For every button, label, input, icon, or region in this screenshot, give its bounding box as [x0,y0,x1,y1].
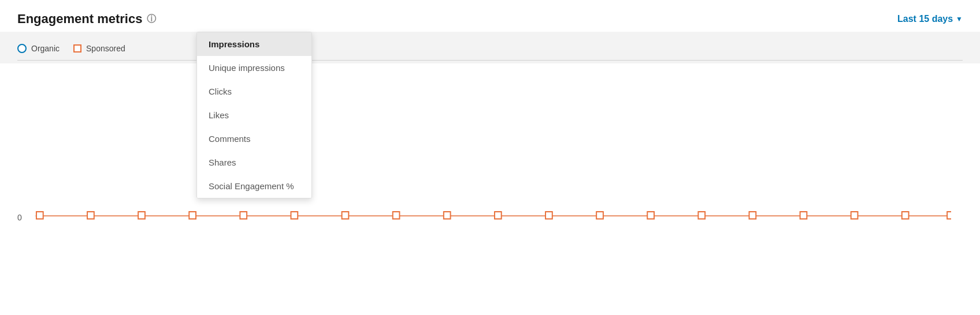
organic-icon [17,44,27,53]
svg-rect-15 [749,212,756,219]
sponsored-label: Sponsored [86,44,125,53]
svg-rect-5 [240,212,247,219]
dropdown-item-likes[interactable]: Likes [197,103,311,127]
svg-rect-10 [495,212,502,219]
page-title: Engagement metrics ⓘ [17,12,156,27]
svg-rect-1 [36,212,43,219]
svg-rect-11 [545,212,552,219]
legend-row: Organic Sponsored [17,37,963,61]
organic-label: Organic [31,44,60,53]
dropdown-item-shares[interactable]: Shares [197,151,311,174]
svg-rect-17 [851,212,858,219]
chart-svg [35,66,951,228]
svg-rect-4 [189,212,196,219]
dropdown-menu: Impressions Unique impressions Clicks Li… [196,32,312,198]
date-range-label: Last 15 days [897,14,953,24]
chart-svg-container [35,66,951,228]
svg-rect-19 [947,212,951,219]
svg-rect-6 [291,212,298,219]
date-range-button[interactable]: Last 15 days ▼ [897,14,963,24]
sponsored-icon [73,44,81,52]
svg-rect-12 [596,212,603,219]
svg-rect-7 [342,212,349,219]
svg-rect-2 [87,212,94,219]
svg-rect-8 [393,212,400,219]
info-icon[interactable]: ⓘ [147,13,156,25]
svg-rect-9 [444,212,451,219]
dropdown-item-comments[interactable]: Comments [197,127,311,151]
header-row: Engagement metrics ⓘ Last 15 days ▼ [17,12,963,27]
dropdown-item-impressions[interactable]: Impressions [197,32,311,56]
main-container: Engagement metrics ⓘ Last 15 days ▼ Orga… [0,0,980,315]
dropdown-item-unique-impressions[interactable]: Unique impressions [197,56,311,80]
y-axis-zero: 0 [17,213,22,222]
dropdown-item-social-engagement[interactable]: Social Engagement % [197,174,311,198]
legend-organic: Organic [17,44,60,53]
chevron-down-icon: ▼ [956,15,963,23]
svg-rect-14 [698,212,705,219]
svg-rect-16 [800,212,807,219]
dropdown-container: Impressions Unique impressions Clicks Li… [196,32,312,198]
dropdown-item-clicks[interactable]: Clicks [197,80,311,103]
legend-sponsored: Sponsored [73,44,125,53]
svg-rect-3 [138,212,145,219]
svg-rect-18 [902,212,909,219]
svg-rect-13 [647,212,654,219]
title-text: Engagement metrics [17,12,142,27]
chart-wrapper: 0 [17,66,963,228]
